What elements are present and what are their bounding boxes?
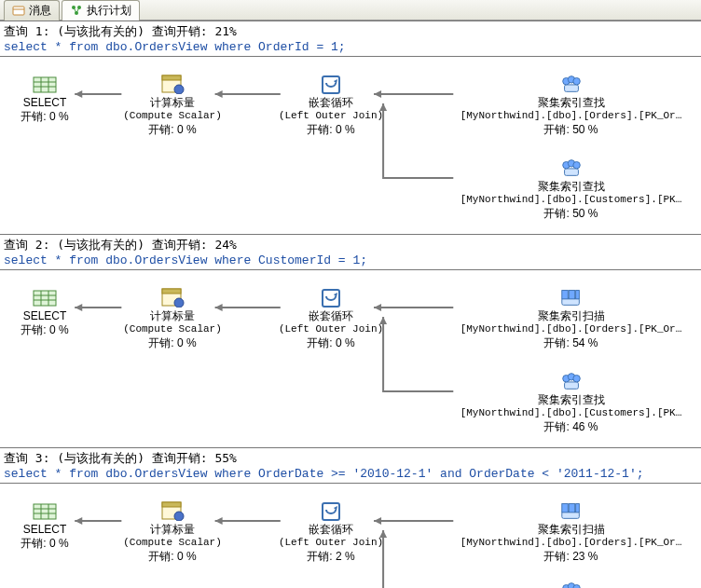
node-detail: [MyNorthwind].[dbo].[Orders].[PK_Or… (452, 110, 690, 123)
node-detail: [MyNorthwind].[dbo].[Customers].[PK… (452, 194, 690, 207)
node-label: 聚集索引扫描 (452, 309, 690, 323)
plan-area[interactable]: SELECT 开销: 0 % 计算标量 (Compute Scalar) 开销:… (0, 57, 701, 234)
query-sql: select * from dbo.OrdersView where Order… (0, 40, 701, 57)
node-compute-scalar[interactable]: 计算标量 (Compute Scalar) 开销: 0 % (107, 500, 238, 564)
node-cost: 开销: 0 % (7, 110, 82, 124)
compute-scalar-icon (160, 287, 185, 308)
node-detail: (Left Outer Join) (266, 537, 396, 550)
plan-icon (70, 4, 83, 17)
node-label: 计算标量 (107, 523, 238, 537)
tabbar: 消息 执行计划 (0, 0, 701, 21)
node-detail: (Left Outer Join) (266, 323, 396, 336)
tab-label: 执行计划 (87, 3, 131, 19)
query-sql: select * from dbo.OrdersView where Order… (0, 467, 701, 484)
query-block: 查询 1: (与该批有关的) 查询开销: 21% select * from d… (0, 21, 701, 234)
node-index-scan-orders[interactable]: 聚集索引扫描 [MyNorthwind].[dbo].[Orders].[PK_… (452, 500, 690, 564)
nested-loop-icon (320, 74, 342, 94)
node-detail: (Left Outer Join) (266, 110, 396, 123)
node-index-seek-customers[interactable]: 聚集索引查找 [MyNorthwind].[dbo].[Customers].[… (452, 581, 690, 588)
node-cost: 开销: 0 % (107, 336, 238, 350)
node-compute-scalar[interactable]: 计算标量 (Compute Scalar) 开销: 0 % (107, 74, 238, 137)
messages-icon (12, 4, 25, 17)
index-seek-icon (559, 74, 584, 94)
node-cost: 开销: 50 % (452, 207, 690, 221)
index-seek-icon (559, 157, 584, 178)
query-block: 查询 2: (与该批有关的) 查询开销: 24% select * from d… (0, 234, 701, 447)
nested-loop-icon (320, 287, 342, 308)
node-nested-loop[interactable]: 嵌套循环 (Left Outer Join) 开销: 0 % (266, 74, 396, 137)
select-icon (32, 74, 58, 94)
node-label: 嵌套循环 (266, 309, 396, 323)
node-label: 聚集索引查找 (452, 393, 690, 407)
node-cost: 开销: 23 % (452, 550, 690, 564)
tab-label: 消息 (29, 3, 51, 19)
tab-execution-plan[interactable]: 执行计划 (62, 0, 140, 21)
node-cost: 开销: 0 % (266, 123, 396, 137)
query-title: 查询 1: (与该批有关的) 查询开销: 21% (0, 21, 701, 40)
node-index-seek-orders[interactable]: 聚集索引查找 [MyNorthwind].[dbo].[Orders].[PK_… (452, 74, 690, 137)
node-label: 聚集索引查找 (452, 96, 690, 110)
nested-loop-icon (320, 500, 342, 521)
node-cost: 开销: 0 % (266, 336, 396, 350)
node-detail: (Compute Scalar) (107, 323, 238, 336)
index-scan-icon (559, 500, 584, 521)
node-compute-scalar[interactable]: 计算标量 (Compute Scalar) 开销: 0 % (107, 287, 238, 350)
node-nested-loop[interactable]: 嵌套循环 (Left Outer Join) 开销: 2 % (266, 500, 396, 564)
node-cost: 开销: 0 % (107, 550, 238, 564)
node-select[interactable]: SELECT 开销: 0 % (7, 287, 82, 337)
node-cost: 开销: 0 % (107, 123, 238, 137)
node-cost: 开销: 54 % (452, 336, 690, 350)
node-label: SELECT (7, 309, 82, 323)
compute-scalar-icon (160, 74, 185, 94)
node-cost: 开销: 50 % (452, 123, 690, 137)
node-cost: 开销: 0 % (7, 537, 82, 551)
query-sql: select * from dbo.OrdersView where Custo… (0, 253, 701, 270)
node-select[interactable]: SELECT 开销: 0 % (7, 74, 82, 124)
node-cost: 开销: 46 % (452, 420, 690, 434)
node-index-seek-customers[interactable]: 聚集索引查找 [MyNorthwind].[dbo].[Customers].[… (452, 157, 690, 221)
node-label: SELECT (7, 523, 82, 537)
node-detail: [MyNorthwind].[dbo].[Orders].[PK_Or… (452, 323, 690, 336)
node-label: 聚集索引扫描 (452, 523, 690, 537)
query-title: 查询 3: (与该批有关的) 查询开销: 55% (0, 448, 701, 467)
index-seek-icon (559, 581, 584, 588)
plan-area[interactable]: SELECT 开销: 0 % 计算标量 (Compute Scalar) 开销:… (0, 484, 701, 588)
tab-messages[interactable]: 消息 (4, 0, 60, 21)
select-icon (32, 287, 58, 308)
query-title: 查询 2: (与该批有关的) 查询开销: 24% (0, 235, 701, 253)
node-select[interactable]: SELECT 开销: 0 % (7, 500, 82, 551)
index-seek-icon (559, 371, 584, 391)
node-label: 聚集索引查找 (452, 180, 690, 194)
node-detail: (Compute Scalar) (107, 537, 238, 550)
node-cost: 开销: 0 % (7, 323, 82, 337)
plan-area[interactable]: SELECT 开销: 0 % 计算标量 (Compute Scalar) 开销:… (0, 270, 701, 447)
node-cost: 开销: 2 % (266, 550, 396, 564)
node-detail: [MyNorthwind].[dbo].[Customers].[PK… (452, 407, 690, 420)
select-icon (32, 500, 58, 521)
node-label: 计算标量 (107, 309, 238, 323)
node-nested-loop[interactable]: 嵌套循环 (Left Outer Join) 开销: 0 % (266, 287, 396, 350)
node-detail: (Compute Scalar) (107, 110, 238, 123)
index-scan-icon (559, 287, 584, 308)
node-detail: [MyNorthwind].[dbo].[Orders].[PK_Or… (452, 537, 690, 550)
node-label: 计算标量 (107, 96, 238, 110)
node-index-scan-orders[interactable]: 聚集索引扫描 [MyNorthwind].[dbo].[Orders].[PK_… (452, 287, 690, 350)
node-label: 嵌套循环 (266, 96, 396, 110)
node-label: 嵌套循环 (266, 523, 396, 537)
query-block: 查询 3: (与该批有关的) 查询开销: 55% select * from d… (0, 447, 701, 588)
node-index-seek-customers[interactable]: 聚集索引查找 [MyNorthwind].[dbo].[Customers].[… (452, 371, 690, 434)
compute-scalar-icon (160, 500, 185, 521)
node-label: SELECT (7, 96, 82, 110)
